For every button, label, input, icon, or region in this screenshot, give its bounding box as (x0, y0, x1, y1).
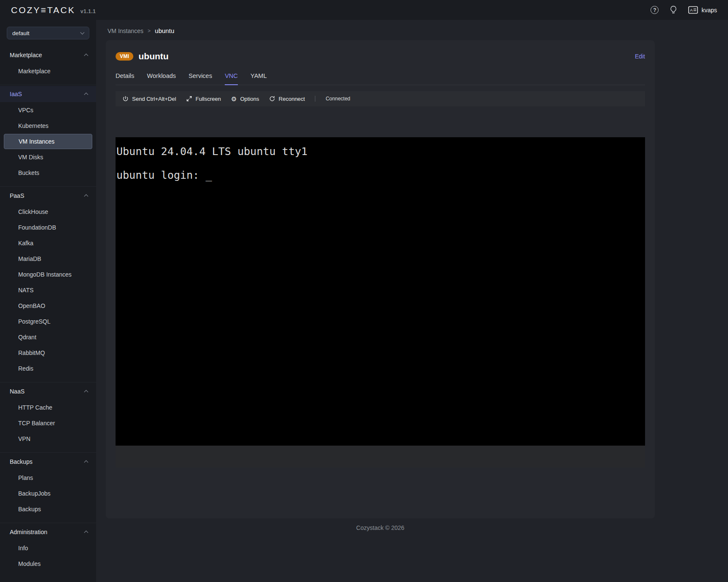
section-label: Backups (10, 458, 33, 465)
sidebar-item-qdrant[interactable]: Qdrant (4, 330, 92, 345)
breadcrumb-separator: > (148, 28, 151, 34)
fullscreen-label: Fullscreen (196, 96, 221, 102)
chevron-up-icon (84, 194, 88, 199)
breadcrumb: VM Instances > ubuntu (106, 26, 655, 40)
sidebar: default Marketplace Marketplace IaaS (0, 20, 96, 582)
terminal-line: ubuntu login: _ (116, 169, 644, 181)
fullscreen-icon (186, 96, 192, 102)
sidebar-item-info[interactable]: Info (4, 540, 92, 556)
sidebar-item-backups[interactable]: Backups (4, 502, 92, 517)
version-label: v1.1.1 (80, 8, 96, 14)
options-button[interactable]: ⚙ Options (231, 96, 259, 102)
sidebar-item-redis[interactable]: Redis (4, 361, 92, 376)
breadcrumb-vm-instances[interactable]: VM Instances (108, 28, 143, 34)
sidebar-item-mariadb[interactable]: MariaDB (4, 251, 92, 266)
sidebar-section-iaas[interactable]: IaaS (0, 86, 96, 102)
logo: COZY≡TACK v1.1.1 (11, 5, 96, 15)
namespace-select[interactable]: default (7, 27, 89, 39)
sidebar-section-marketplace[interactable]: Marketplace (0, 47, 96, 63)
app-root: COZY≡TACK v1.1.1 ? A (0, 0, 728, 582)
sidebar-group-backups: Backups Plans BackupJobs Backups (0, 452, 96, 521)
sidebar-item-tcp-balancer[interactable]: TCP Balancer (4, 416, 92, 431)
sidebar-item-buckets[interactable]: Buckets (4, 165, 92, 180)
connection-status: Connected (325, 96, 350, 102)
options-label: Options (240, 96, 259, 102)
sidebar-item-nats[interactable]: NATS (4, 283, 92, 298)
section-label: IaaS (10, 91, 22, 97)
vm-detail-card: VMI ubuntu Edit Details Workloads Servic… (106, 40, 655, 518)
sidebar-section-paas[interactable]: PaaS (0, 188, 96, 204)
breadcrumb-current: ubuntu (155, 27, 174, 34)
power-icon (122, 96, 129, 102)
sidebar-item-kubernetes[interactable]: Kubernetes (4, 118, 92, 133)
svg-text:A: A (690, 8, 693, 12)
section-label: Administration (10, 529, 47, 535)
page-title: ubuntu (138, 51, 168, 61)
namespace-select-value: default (12, 30, 30, 36)
sidebar-item-clickhouse[interactable]: ClickHouse (4, 204, 92, 219)
sidebar-group-paas: PaaS ClickHouse FoundationDB Kafka Maria… (0, 186, 96, 380)
vnc-terminal-screen: Ubuntu 24.04.4 LTS ubuntu tty1 ubuntu lo… (116, 137, 645, 446)
sidebar-item-plans[interactable]: Plans (4, 470, 92, 485)
send-ctrl-alt-del-label: Send Ctrl+Alt+Del (132, 96, 176, 102)
sidebar-item-vpcs[interactable]: VPCs (4, 103, 92, 118)
reconnect-button[interactable]: Reconnect (269, 96, 305, 102)
edit-button[interactable]: Edit (635, 53, 645, 60)
tab-vnc[interactable]: VNC (225, 72, 238, 85)
footer-copyright: Cozystack © 2026 (106, 518, 655, 539)
sidebar-item-openbao[interactable]: OpenBAO (4, 298, 92, 313)
sidebar-section-backups[interactable]: Backups (0, 454, 96, 470)
card-header: VMI ubuntu Edit (116, 51, 645, 61)
main-content: VM Instances > ubuntu VMI ubuntu Edit De… (96, 20, 728, 582)
sidebar-item-postgresql[interactable]: PostgreSQL (4, 314, 92, 329)
sidebar-nav: Marketplace Marketplace IaaS VPCs Kubern… (0, 46, 96, 575)
user-menu[interactable]: A kvaps (688, 6, 717, 14)
tab-services[interactable]: Services (189, 72, 212, 85)
send-ctrl-alt-del-button[interactable]: Send Ctrl+Alt+Del (122, 96, 176, 102)
section-label: Marketplace (10, 52, 42, 58)
username-label: kvaps (701, 7, 717, 14)
toolbar-divider (315, 96, 315, 102)
theme-toggle-button[interactable] (670, 6, 677, 14)
fullscreen-button[interactable]: Fullscreen (186, 96, 221, 102)
vnc-toolbar: Send Ctrl+Alt+Del Fullscreen ⚙ (116, 91, 645, 106)
section-label: NaaS (10, 388, 25, 395)
tab-bar: Details Workloads Services VNC YAML (116, 72, 645, 85)
sidebar-item-foundationdb[interactable]: FoundationDB (4, 220, 92, 235)
sidebar-item-vm-disks[interactable]: VM Disks (4, 150, 92, 165)
id-badge-icon: A (688, 6, 698, 14)
chevron-up-icon (84, 93, 88, 97)
terminal-line: Ubuntu 24.04.4 LTS ubuntu tty1 (116, 146, 644, 158)
sidebar-item-marketplace[interactable]: Marketplace (4, 64, 92, 79)
sidebar-section-naas[interactable]: NaaS (0, 383, 96, 399)
tab-details[interactable]: Details (116, 72, 134, 85)
sidebar-item-mongodb-instances[interactable]: MongoDB Instances (4, 267, 92, 282)
sidebar-group-administration: Administration Info Modules (0, 523, 96, 575)
topbar: COZY≡TACK v1.1.1 ? A (0, 0, 728, 20)
section-label: PaaS (10, 192, 24, 199)
sidebar-item-rabbitmq[interactable]: RabbitMQ (4, 345, 92, 360)
chevron-down-icon (80, 30, 85, 35)
sidebar-item-modules[interactable]: Modules (4, 556, 92, 571)
sidebar-group-iaas: IaaS VPCs Kubernetes VM Instances VM Dis… (0, 85, 96, 184)
tab-workloads[interactable]: Workloads (147, 72, 176, 85)
sidebar-section-administration[interactable]: Administration (0, 524, 96, 540)
help-icon: ? (651, 6, 659, 14)
reconnect-icon (269, 96, 275, 102)
tab-yaml[interactable]: YAML (251, 72, 267, 85)
reconnect-label: Reconnect (279, 96, 305, 102)
vmi-badge: VMI (116, 52, 133, 61)
sidebar-item-kafka[interactable]: Kafka (4, 236, 92, 251)
chevron-up-icon (84, 531, 88, 535)
sidebar-group-marketplace: Marketplace Marketplace (0, 46, 96, 83)
chevron-up-icon (84, 390, 88, 394)
help-button[interactable]: ? (651, 6, 659, 14)
chevron-up-icon (84, 54, 88, 58)
sidebar-item-vm-instances[interactable]: VM Instances (4, 134, 92, 149)
vnc-canvas[interactable]: Ubuntu 24.04.4 LTS ubuntu tty1 ubuntu lo… (116, 137, 645, 468)
sidebar-item-vpn[interactable]: VPN (4, 431, 92, 446)
terminal-line (116, 158, 644, 169)
sidebar-item-backupjobs[interactable]: BackupJobs (4, 486, 92, 501)
sidebar-item-http-cache[interactable]: HTTP Cache (4, 400, 92, 415)
sidebar-group-naas: NaaS HTTP Cache TCP Balancer VPN (0, 382, 96, 450)
